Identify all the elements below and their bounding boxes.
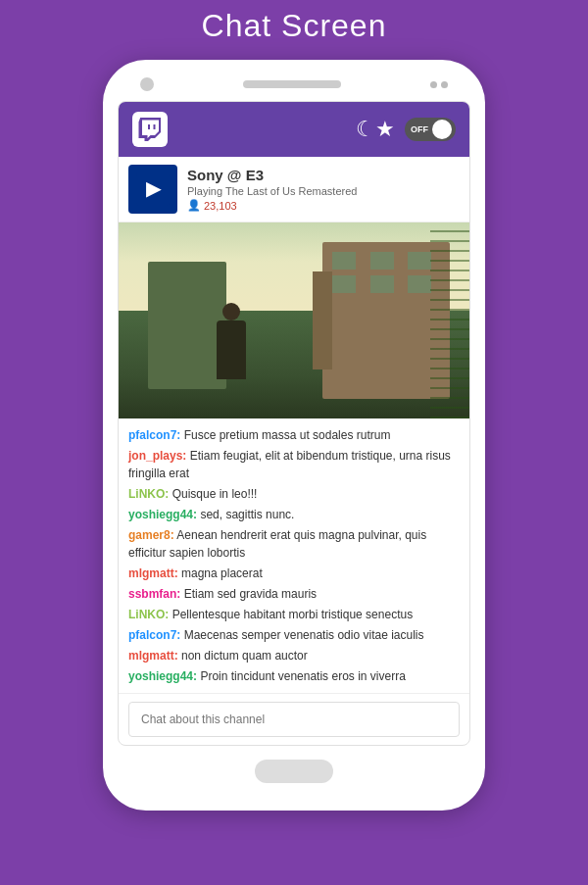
username-linko-2: LiNKO: [128,608,169,621]
chat-line: ssbmfan: Etiam sed gravida mauris [128,585,460,603]
building-left [148,262,226,389]
moon-star-icon: ☾★ [356,117,395,142]
header-right: ☾★ OFF [356,117,456,142]
channel-viewers: 👤 23,103 [187,199,357,212]
chat-line: LiNKO: Quisque in leo!!! [128,485,460,503]
phone-top-bar [113,77,475,91]
username-ssbmfan: ssbmfan: [128,587,180,601]
chat-text: Maecenas semper venenatis odio vitae iac… [184,628,424,642]
chat-line: pfalcon7: Fusce pretium massa ut sodales… [128,426,460,444]
channel-avatar: ▶ [128,165,177,214]
sensor-dot-1 [430,81,437,88]
svg-text:▶: ▶ [146,178,162,199]
chat-line: mlgmatt: non dictum quam auctor [128,647,460,664]
chat-text: Pellentesque habitant morbi tristique se… [172,608,413,621]
window-5 [370,275,394,293]
channel-game: Playing The Last of Us Remastered [187,185,357,197]
chat-line: LiNKO: Pellentesque habitant morbi trist… [128,606,460,623]
username-mlgmatt-2: mlgmatt: [128,649,178,663]
building-windows [332,252,440,293]
username-mlgmatt-1: mlgmatt: [128,566,178,580]
sensor-dot-2 [441,81,448,88]
window-1 [332,252,356,270]
channel-info: ▶ Sony @ E3 Playing The Last of Us Remas… [119,157,469,222]
chat-messages: pfalcon7: Fusce pretium massa ut sodales… [119,418,469,693]
chat-input-area [119,693,469,745]
chat-line: jon_plays: Etiam feugiat, elit at bibend… [128,447,460,482]
username-jon-plays: jon_plays: [128,449,186,463]
chat-text: Fusce pretium massa ut sodales rutrum [184,428,391,442]
speaker-grille [243,80,341,88]
window-6 [408,275,431,293]
phone-screen: ☾★ OFF ▶ Sony @ E3 Playing The Last of U… [118,101,470,746]
chat-line: yoshiegg44: sed, sagittis nunc. [128,506,460,523]
page-title: Chat Screen [202,8,387,44]
username-pfalcon7-1: pfalcon7: [128,428,180,442]
home-button[interactable] [255,760,333,783]
window-3 [408,252,431,270]
window-2 [370,252,394,270]
chat-line: yoshiegg44: Proin tincidunt venenatis er… [128,667,460,685]
window-4 [332,275,356,293]
chat-text: magna placerat [181,566,263,580]
character-figure [217,320,246,379]
username-gamer8: gamer8: [128,528,174,542]
chat-input[interactable] [128,702,460,737]
chat-line: pfalcon7: Maecenas semper venenatis odio… [128,626,460,644]
sensor-area [430,81,448,88]
username-linko-1: LiNKO: [128,487,169,501]
username-yoshiegg44-1: yoshiegg44: [128,508,197,521]
twitch-header: ☾★ OFF [119,102,469,157]
chat-text: sed, sagittis nunc. [200,508,294,521]
twitch-logo [132,112,168,147]
chat-text: non dictum quam auctor [181,649,308,663]
toggle-label: OFF [411,124,428,134]
channel-text: Sony @ E3 Playing The Last of Us Remaste… [187,167,357,212]
dark-mode-toggle[interactable]: OFF [405,118,456,141]
chat-line: gamer8: Aenean hendrerit erat quis magna… [128,526,460,562]
viewer-icon: 👤 [187,199,201,212]
username-yoshiegg44-2: yoshiegg44: [128,669,197,683]
game-screenshot [119,222,469,418]
chat-text: Quisque in leo!!! [172,487,258,501]
chat-text: Proin tincidunt venenatis eros in viverr… [200,669,405,683]
vines-overlay [430,222,469,418]
phone-frame: ☾★ OFF ▶ Sony @ E3 Playing The Last of U… [103,60,485,811]
game-scene [119,222,469,418]
viewer-count: 23,103 [204,200,237,212]
chat-line: mlgmatt: magna placerat [128,565,460,582]
username-pfalcon7-2: pfalcon7: [128,628,180,642]
toggle-knob [432,120,452,139]
chat-text: Etiam sed gravida mauris [184,587,317,601]
front-camera [140,77,154,91]
phone-bottom-bar [255,760,333,783]
channel-name: Sony @ E3 [187,167,357,183]
